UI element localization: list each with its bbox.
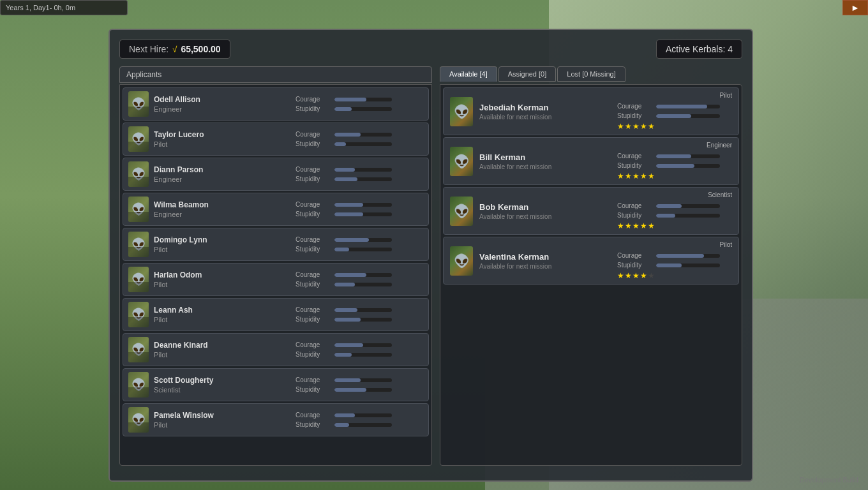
courage-label: Courage (617, 202, 652, 209)
applicant-row[interactable]: 👽Scott DoughertyScientistCourageStupidit… (123, 368, 429, 401)
courage-bar-bg (334, 133, 392, 137)
applicant-info: Domingo LynnPilot (154, 235, 290, 253)
courage-label: Courage (296, 341, 331, 348)
exit-button[interactable]: ► (842, 0, 868, 15)
courage-bar-fill (334, 203, 363, 207)
courage-label: Courage (617, 103, 652, 110)
star-icon: ★ (640, 271, 647, 280)
star-icon: ★ (617, 172, 624, 181)
courage-bar-bg (334, 378, 392, 382)
applicant-row[interactable]: 👽Leann AshPilotCourageStupidity (123, 298, 429, 331)
active-kerbal-status: Available for next mission (479, 263, 611, 270)
tab-assigned[interactable]: Assigned [0] (498, 66, 557, 82)
applicant-row[interactable]: 👽Domingo LynnPilotCourageStupidity (123, 228, 429, 261)
applicant-row[interactable]: 👽Pamela WinslowPilotCourageStupidity (123, 403, 429, 436)
star-icon: ★ (632, 271, 640, 280)
tab-available[interactable]: Available [4] (440, 66, 497, 82)
stupidity-bar-bg (334, 177, 392, 181)
courage-label: Courage (296, 412, 331, 419)
stupidity-bar-bg (334, 107, 392, 111)
applicant-row[interactable]: 👽Odell AllisonEngineerCourageStupidity (123, 87, 429, 121)
stupidity-bar-fill (334, 283, 355, 286)
applicant-info: Odell AllisonEngineer (154, 95, 290, 113)
active-kerbal-role: Pilot (617, 241, 732, 248)
courage-bar-fill (334, 98, 366, 101)
applicant-avatar: 👽 (128, 407, 149, 433)
applicant-name: Wilma Beamon (154, 200, 290, 209)
courage-label: Courage (296, 166, 331, 173)
applicant-row[interactable]: 👽Harlan OdomPilotCourageStupidity (123, 263, 429, 296)
applicant-info: Diann ParsonEngineer (154, 165, 290, 183)
courage-label: Courage (617, 252, 652, 259)
next-hire-label: Next Hire: (129, 44, 168, 54)
applicant-role: Scientist (154, 386, 290, 394)
stupidity-bar-fill (334, 142, 346, 146)
tab-lost[interactable]: Lost [0 Missing] (557, 66, 625, 82)
exit-icon: ► (851, 3, 860, 13)
active-kerbal-name: Valentina Kerman (479, 252, 611, 262)
star-icon: ★ (640, 122, 647, 131)
tabs-row: Available [4]Assigned [0]Lost [0 Missing… (440, 66, 742, 82)
active-kerbal-status: Available for next mission (479, 213, 611, 220)
applicant-role: Pilot (154, 246, 290, 253)
active-kerbal-name: Jebediah Kerman (479, 103, 611, 112)
applicants-list[interactable]: 👽Odell AllisonEngineerCourageStupidity👽T… (119, 84, 432, 466)
courage-bar-fill (334, 133, 361, 137)
top-bar: Years 1, Day1- 0h, 0m (0, 0, 128, 15)
main-panel: Next Hire: √ 65,500.00 Active Kerbals: 4… (108, 29, 753, 482)
hire-header: Next Hire: √ 65,500.00 Active Kerbals: 4 (119, 40, 742, 59)
courage-bar-fill (334, 413, 355, 417)
applicant-name: Odell Allison (154, 95, 290, 104)
active-kerbal-avatar: 👽 (450, 147, 473, 176)
star-icon: ★ (625, 271, 632, 280)
active-kerbal-row[interactable]: 👽Bill KermanAvailable for next missionEn… (443, 137, 739, 185)
applicant-name: Domingo Lynn (154, 235, 290, 244)
applicant-stats: CourageStupidity (296, 131, 423, 147)
applicant-info: Deanne KinardPilot (154, 341, 290, 359)
applicant-row[interactable]: 👽Diann ParsonEngineerCourageStupidity (123, 158, 429, 191)
applicant-stats: CourageStupidity (296, 96, 423, 112)
applicant-role: Pilot (154, 140, 290, 148)
courage-bar-bg (334, 273, 392, 277)
star-icon: ★ (617, 221, 624, 230)
active-kerbal-name: Bob Kerman (479, 202, 611, 212)
courage-bar-fill (656, 154, 691, 158)
stupidity-label: Stupidity (296, 281, 331, 288)
courage-bar-fill (656, 105, 707, 108)
applicant-avatar: 👽 (128, 372, 149, 397)
courage-bar-bg (656, 254, 720, 258)
applicant-role: Engineer (154, 105, 290, 113)
courage-label: Courage (296, 376, 331, 383)
active-kerbal-stats: PilotCourageStupidity★★★★★ (617, 241, 732, 280)
courage-bar-bg (334, 308, 392, 312)
stupidity-bar-bg (656, 214, 720, 218)
stupidity-bar-fill (334, 353, 352, 357)
applicant-name: Scott Dougherty (154, 376, 290, 385)
applicant-avatar: 👽 (128, 197, 149, 222)
currency-icon: √ (172, 45, 177, 54)
applicant-name: Deanne Kinard (154, 341, 290, 350)
applicant-row[interactable]: 👽Deanne KinardPilotCourageStupidity (123, 333, 429, 366)
active-kerbal-row[interactable]: 👽Jebediah KermanAvailable for next missi… (443, 87, 739, 135)
applicant-row[interactable]: 👽Taylor LuceroPilotCourageStupidity (123, 122, 429, 156)
applicant-avatar: 👽 (128, 126, 149, 152)
stupidity-bar-bg (656, 264, 720, 267)
active-list[interactable]: 👽Jebediah KermanAvailable for next missi… (440, 84, 742, 466)
active-kerbal-row[interactable]: 👽Valentina KermanAvailable for next miss… (443, 237, 739, 285)
stupidity-label: Stupidity (296, 140, 331, 147)
stupidity-bar-fill (334, 248, 349, 251)
star-icon: ★ (640, 172, 647, 181)
stupidity-bar-bg (334, 388, 392, 392)
active-kerbal-stats: PilotCourageStupidity★★★★★ (617, 92, 732, 131)
game-time-label: Years 1, Day1- 0h, 0m (6, 4, 75, 11)
applicant-stats: CourageStupidity (296, 376, 423, 393)
hire-amount: 65,500.00 (181, 44, 220, 54)
active-kerbal-row[interactable]: 👽Bob KermanAvailable for next missionSci… (443, 187, 739, 235)
applicant-row[interactable]: 👽Wilma BeamonEngineerCourageStupidity (123, 193, 429, 226)
applicants-header: Applicants (119, 66, 432, 83)
courage-label: Courage (617, 152, 652, 160)
stupidity-bar-fill (656, 114, 691, 118)
star-icon: ★ (648, 221, 655, 230)
right-column: Available [4]Assigned [0]Lost [0 Missing… (440, 66, 742, 466)
stupidity-bar-bg (334, 283, 392, 286)
